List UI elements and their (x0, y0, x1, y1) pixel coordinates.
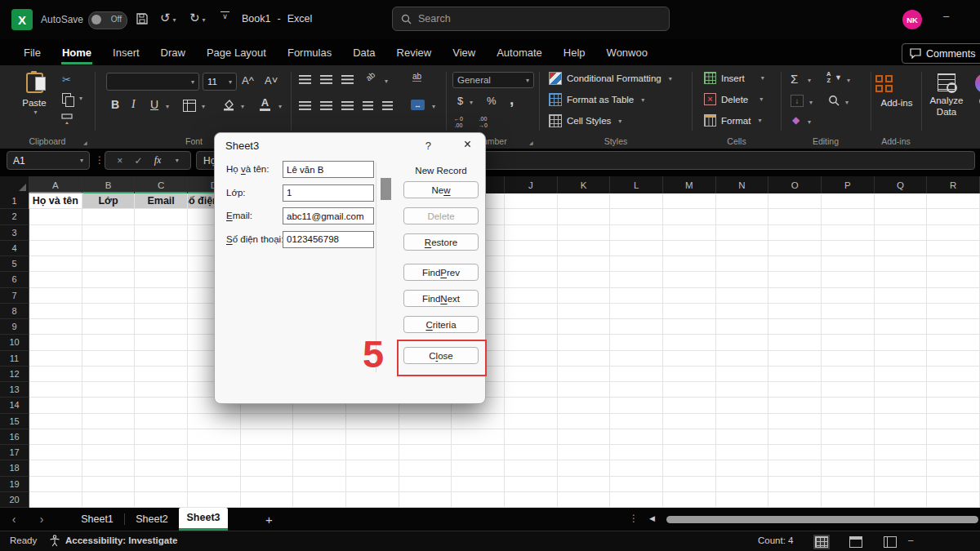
grid-cell[interactable] (29, 288, 82, 304)
grid-cell[interactable] (135, 241, 188, 256)
grid-cell[interactable] (663, 382, 716, 398)
autosave-toggle[interactable]: Off (88, 11, 127, 29)
grid-cell[interactable] (768, 414, 822, 429)
grid-cell[interactable] (505, 492, 558, 508)
grid-cell[interactable] (663, 288, 716, 304)
grid-cell[interactable] (927, 241, 980, 256)
row-header-16[interactable]: 16 (0, 429, 29, 445)
grid-cell[interactable] (716, 288, 769, 304)
grid-cell[interactable] (822, 492, 875, 508)
grid-cell[interactable] (875, 351, 928, 367)
row-header-10[interactable]: 10 (0, 335, 29, 350)
grid-cell[interactable] (82, 304, 136, 319)
grid-cell[interactable] (610, 367, 663, 382)
grid-cell[interactable] (135, 304, 188, 319)
grid-cell[interactable] (716, 304, 769, 319)
grid-cell[interactable] (822, 398, 875, 413)
grid-cell[interactable] (663, 272, 716, 287)
autosum-icon[interactable]: Σ (791, 72, 798, 86)
chevron-down-icon[interactable]: ▾ (278, 103, 282, 110)
dialog-scrollbar-thumb[interactable] (381, 178, 391, 200)
grid-cell[interactable] (663, 460, 716, 476)
grid-cell[interactable] (610, 209, 663, 224)
merge-center-icon[interactable]: ↔ (411, 100, 425, 110)
grid-cell[interactable] (241, 492, 294, 508)
grid-cell[interactable] (29, 382, 82, 398)
chevron-down-icon[interactable]: ▾ (385, 78, 388, 85)
grid-cell[interactable] (927, 225, 980, 241)
grid-cell[interactable] (875, 335, 928, 350)
grid-cell[interactable] (558, 272, 611, 287)
grid-cell[interactable] (505, 241, 558, 256)
grid-cell[interactable] (135, 398, 188, 413)
next-sheet-icon[interactable]: › (28, 513, 56, 526)
grid-cell[interactable] (558, 445, 611, 460)
grid-cell[interactable] (188, 445, 241, 460)
grid-cell[interactable] (82, 477, 136, 492)
grid-cell[interactable] (768, 193, 822, 209)
grid-cell[interactable] (188, 429, 241, 445)
grid-cell[interactable] (927, 414, 980, 429)
grid-cell[interactable] (82, 335, 136, 350)
chevron-down-icon[interactable]: ▾ (176, 157, 179, 164)
align-right-icon[interactable] (341, 101, 354, 110)
grid-cell[interactable] (558, 256, 611, 272)
grid-cell[interactable] (875, 477, 928, 492)
font-color-icon[interactable]: A (260, 96, 270, 111)
add-ins-button[interactable]: Add-ins (875, 75, 918, 109)
format-cells-button[interactable]: Format▾ (704, 114, 761, 127)
decrease-decimal-icon[interactable]: .00→0 (479, 116, 488, 129)
column-header-M[interactable]: M (663, 176, 716, 193)
grid-cell[interactable] (558, 367, 611, 382)
grid-cell[interactable] (558, 319, 611, 335)
grid-cell[interactable] (505, 367, 558, 382)
grid-cell[interactable] (768, 429, 822, 445)
grid-cell[interactable] (663, 319, 716, 335)
row-header-14[interactable]: 14 (0, 398, 29, 413)
grid-cell[interactable] (875, 241, 928, 256)
grid-cell[interactable] (82, 288, 136, 304)
grid-cell[interactable] (610, 335, 663, 350)
sheet-tab-sheet1[interactable]: Sheet1 (70, 508, 124, 531)
grid-cell[interactable] (241, 445, 294, 460)
grid-cell[interactable] (452, 492, 505, 508)
row-header-6[interactable]: 6 (0, 272, 29, 287)
align-bottom-icon[interactable] (341, 75, 354, 84)
grid-cell[interactable] (822, 225, 875, 241)
grid-cell[interactable] (927, 351, 980, 367)
grid-cell[interactable] (188, 460, 241, 476)
grid-cell[interactable] (505, 256, 558, 272)
row-header-18[interactable]: 18 (0, 460, 29, 476)
grid-cell[interactable] (822, 445, 875, 460)
grid-cell[interactable] (768, 319, 822, 335)
grid-cell[interactable] (188, 414, 241, 429)
grid-cell[interactable] (768, 460, 822, 476)
grid-cell[interactable] (82, 319, 136, 335)
grid-cell[interactable] (82, 382, 136, 398)
grid-cell[interactable] (82, 209, 136, 224)
grid-cell[interactable] (346, 477, 399, 492)
grid-cell[interactable] (452, 460, 505, 476)
grid-cell[interactable] (716, 319, 769, 335)
align-middle-icon[interactable] (320, 75, 332, 84)
grid-cell[interactable] (399, 414, 452, 429)
grid-cell[interactable] (663, 351, 716, 367)
grid-cell[interactable] (716, 351, 769, 367)
grid-cell[interactable] (875, 429, 928, 445)
menu-tab-formulas[interactable]: Formulas (277, 41, 342, 64)
page-layout-view-icon[interactable] (849, 536, 862, 548)
grid-cell[interactable] (875, 225, 928, 241)
grid-cell[interactable] (293, 460, 346, 476)
grid-cell[interactable] (663, 445, 716, 460)
grid-cell[interactable] (663, 304, 716, 319)
grid-cell[interactable] (875, 460, 928, 476)
grid-cell[interactable] (875, 272, 928, 287)
grid-cell[interactable] (399, 460, 452, 476)
select-all-corner[interactable] (0, 176, 29, 193)
dialog-input-1[interactable] (283, 184, 374, 202)
grid-cell[interactable] (135, 460, 188, 476)
grid-cell[interactable] (82, 398, 136, 413)
chevron-down-icon[interactable]: ▾ (470, 99, 473, 106)
grid-cell[interactable] (558, 193, 611, 209)
grid-cell[interactable] (927, 398, 980, 413)
